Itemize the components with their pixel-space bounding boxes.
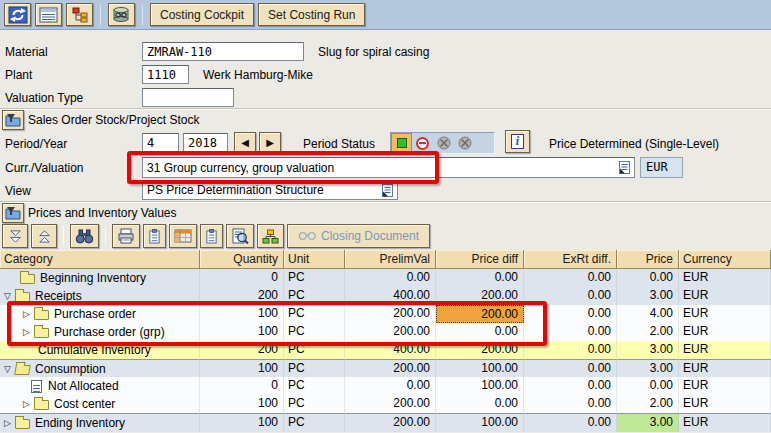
sales-order-stock-toggle-button[interactable]: [2, 110, 24, 130]
quantity-cell[interactable]: 200: [200, 341, 284, 359]
prelimval-cell[interactable]: 0.00: [345, 269, 436, 287]
period-status-closed-button-2[interactable]: [454, 133, 475, 153]
currency-cell[interactable]: EUR: [679, 269, 771, 287]
pricediff-cell-selected[interactable]: 200.00: [436, 305, 524, 323]
prelimval-cell[interactable]: 0.00: [345, 377, 436, 395]
column-header-quantity[interactable]: Quantity: [200, 250, 284, 269]
category-cell[interactable]: ▷ Ending Inventory: [0, 413, 200, 432]
exrtdiff-cell[interactable]: 0.00: [524, 359, 617, 378]
details-button[interactable]: [35, 3, 62, 26]
quantity-cell[interactable]: 100: [200, 359, 284, 378]
price-cell[interactable]: 3.00: [617, 359, 679, 378]
column-header-price[interactable]: Price: [617, 250, 679, 269]
period-status-open-button[interactable]: [391, 133, 412, 153]
closing-document-button[interactable]: Closing Document: [287, 224, 430, 248]
price-cell[interactable]: 2.00: [617, 323, 679, 341]
year-input[interactable]: [183, 133, 228, 152]
unit-cell[interactable]: PC: [284, 395, 345, 413]
prelimval-cell[interactable]: 200.00: [345, 413, 436, 432]
prelimval-cell[interactable]: 200.00: [345, 359, 436, 378]
currency-cell[interactable]: EUR: [679, 395, 771, 413]
pricediff-cell[interactable]: 100.00: [436, 359, 524, 378]
column-header-currency[interactable]: Currency: [679, 250, 771, 269]
prices-inventory-toggle-button[interactable]: [2, 203, 24, 223]
costing-cockpit-button[interactable]: Costing Cockpit: [150, 3, 254, 26]
unit-cell[interactable]: PC: [284, 305, 345, 323]
prelimval-cell[interactable]: 200.00: [345, 305, 436, 323]
category-cell[interactable]: ▷ Purchase order: [0, 305, 200, 323]
expand-node-icon[interactable]: ▷: [19, 396, 34, 413]
currency-cell[interactable]: EUR: [679, 341, 771, 359]
collapse-node-icon[interactable]: ▽: [0, 361, 15, 378]
exrtdiff-cell[interactable]: 0.00: [524, 377, 617, 395]
currency-cell[interactable]: EUR: [679, 377, 771, 395]
exrtdiff-cell[interactable]: 0.00: [524, 413, 617, 432]
display-costing-run-button[interactable]: [108, 3, 135, 26]
hierarchy-tree-button[interactable]: [66, 3, 93, 26]
quantity-cell[interactable]: 100: [200, 413, 284, 432]
price-cell[interactable]: 0.00: [617, 377, 679, 395]
prelimval-cell[interactable]: 400.00: [345, 287, 436, 305]
print-button[interactable]: [112, 224, 140, 248]
dropdown-list-icon[interactable]: [380, 183, 395, 198]
pricediff-cell[interactable]: 200.00: [436, 341, 524, 359]
price-cell[interactable]: 2.00: [617, 395, 679, 413]
category-cell[interactable]: ▽ Receipts: [0, 287, 200, 305]
collapse-node-icon[interactable]: ▽: [0, 288, 15, 305]
unit-cell[interactable]: PC: [284, 413, 345, 432]
currency-cell[interactable]: EUR: [679, 413, 771, 432]
quantity-cell[interactable]: 200: [200, 287, 284, 305]
currency-cell[interactable]: EUR: [679, 359, 771, 378]
column-header-category[interactable]: Category: [0, 250, 200, 269]
view-combo[interactable]: PS Price Determination Structure: [142, 180, 398, 200]
pricediff-cell[interactable]: 0.00: [436, 323, 524, 341]
category-cell[interactable]: Not Allocated: [0, 377, 200, 395]
quantity-cell[interactable]: 0: [200, 377, 284, 395]
column-header-exrtdiff[interactable]: ExRt diff.: [524, 250, 617, 269]
column-header-pricediff[interactable]: Price diff: [436, 250, 524, 269]
pricediff-cell[interactable]: 100.00: [436, 413, 524, 432]
unit-cell[interactable]: PC: [284, 287, 345, 305]
quantity-cell[interactable]: 100: [200, 305, 284, 323]
expand-node-icon[interactable]: ▷: [19, 306, 34, 323]
unit-cell[interactable]: PC: [284, 359, 345, 378]
prelimval-cell[interactable]: 400.00: [345, 341, 436, 359]
previous-period-button[interactable]: ◀: [234, 132, 256, 153]
set-costing-run-button[interactable]: Set Costing Run: [258, 3, 365, 26]
category-cell[interactable]: ▷ Purchase order (grp): [0, 323, 200, 341]
exrtdiff-cell[interactable]: 0.00: [524, 287, 617, 305]
currency-cell[interactable]: EUR: [679, 305, 771, 323]
unit-cell[interactable]: PC: [284, 341, 345, 359]
price-cell-highlighted[interactable]: 3.00: [617, 413, 679, 432]
pricediff-cell[interactable]: 0.00: [436, 269, 524, 287]
dropdown-list-icon[interactable]: [617, 160, 632, 175]
pricediff-cell[interactable]: 100.00: [436, 377, 524, 395]
category-cell[interactable]: ▽ Consumption: [0, 359, 200, 378]
find-button[interactable]: [70, 224, 99, 248]
expand-all-button[interactable]: [2, 224, 28, 248]
exrtdiff-cell[interactable]: 0.00: [524, 341, 617, 359]
valuation-type-input[interactable]: [142, 88, 234, 107]
currency-cell[interactable]: EUR: [679, 323, 771, 341]
expand-node-icon[interactable]: ▷: [19, 324, 34, 341]
period-input[interactable]: [142, 133, 179, 152]
hierarchy-view-button[interactable]: [257, 224, 284, 248]
export-button[interactable]: [169, 224, 197, 248]
export-settings-button[interactable]: [200, 224, 223, 248]
column-header-unit[interactable]: Unit: [284, 250, 345, 269]
unit-cell[interactable]: PC: [284, 323, 345, 341]
quantity-cell[interactable]: 100: [200, 323, 284, 341]
expand-node-icon[interactable]: ▷: [0, 415, 15, 432]
refresh-button[interactable]: [4, 3, 31, 26]
price-cell[interactable]: 3.00: [617, 341, 679, 359]
unit-cell[interactable]: PC: [284, 269, 345, 287]
price-cell[interactable]: 3.00: [617, 287, 679, 305]
category-cell[interactable]: ▷ Cost center: [0, 395, 200, 413]
plant-input[interactable]: [142, 65, 189, 84]
category-cell[interactable]: Cumulative Inventory: [0, 341, 200, 359]
material-input[interactable]: [142, 42, 304, 61]
pricediff-cell[interactable]: 200.00: [436, 287, 524, 305]
price-cell[interactable]: 0.00: [617, 269, 679, 287]
prelimval-cell[interactable]: 200.00: [345, 323, 436, 341]
prelimval-cell[interactable]: 200.00: [345, 395, 436, 413]
